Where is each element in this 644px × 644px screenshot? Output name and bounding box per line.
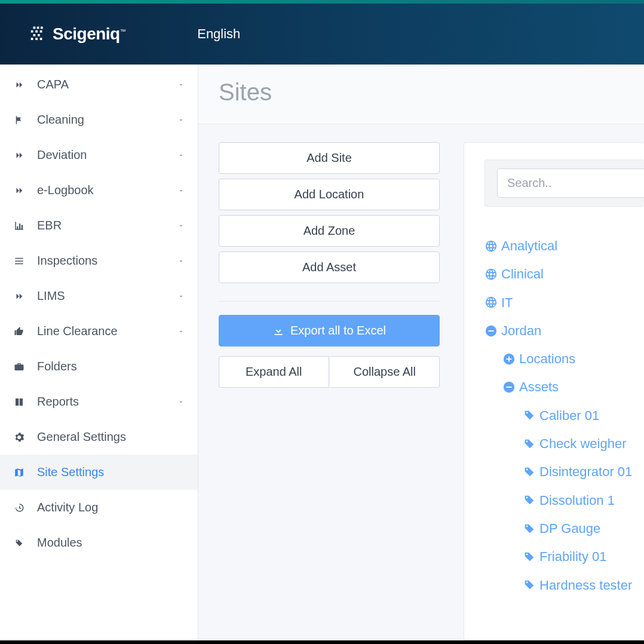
tree-node-label: Locations: [519, 345, 575, 373]
sidebar: CAPACleaningDeviatione-LogbookEBRInspect…: [0, 65, 198, 640]
sidebar-item-capa[interactable]: CAPA: [0, 67, 198, 102]
globe-icon: [484, 296, 498, 309]
globe-icon: [484, 268, 498, 281]
search-bar: [484, 160, 644, 207]
minus-icon: [484, 324, 498, 338]
download-icon: [272, 325, 284, 337]
sidebar-item-inspections[interactable]: Inspections: [0, 243, 198, 278]
tree-node[interactable]: Check weigher: [484, 430, 644, 458]
sidebar-item-deviation[interactable]: Deviation: [0, 137, 198, 173]
sidebar-item-label: Folders: [37, 360, 185, 373]
tag-icon: [523, 437, 536, 450]
tag-icon: [523, 465, 536, 479]
tree-node-label: Check weigher: [539, 430, 627, 458]
chevron-down-icon: [177, 81, 185, 88]
chevron-down-icon: [177, 257, 185, 265]
tree-node[interactable]: Caliber 01: [484, 401, 644, 430]
tree-node[interactable]: Clinical: [484, 260, 644, 288]
sidebar-item-site-settings[interactable]: Site Settings: [0, 455, 198, 490]
tree-node[interactable]: DP Gauge: [484, 514, 644, 542]
add-location-button[interactable]: Add Location: [219, 179, 440, 210]
tree-node[interactable]: Analytical: [484, 232, 644, 260]
sidebar-item-elogbook[interactable]: e-Logbook: [0, 173, 198, 208]
tree-node-label: Jordan: [501, 317, 541, 345]
tree-node-label: Disintegrator 01: [539, 458, 632, 486]
tree-node[interactable]: IT: [484, 289, 644, 317]
tree-node[interactable]: Jordan: [484, 317, 644, 345]
sidebar-item-cleaning[interactable]: Cleaning: [0, 102, 198, 137]
tree-node[interactable]: Locations: [484, 345, 644, 373]
dbl-chevron-icon: [13, 79, 25, 91]
sidebar-item-label: EBR: [37, 219, 177, 232]
tree-node-label: IT: [501, 289, 513, 317]
sidebar-item-label: e-Logbook: [37, 183, 177, 197]
tags-icon: [13, 537, 25, 549]
tag-icon: [523, 550, 536, 563]
tag-icon: [523, 493, 536, 507]
tree-node-label: Hardness tester: [539, 571, 632, 599]
dbl-chevron-icon: [13, 290, 25, 302]
map-icon: [13, 467, 25, 479]
add-zone-button[interactable]: Add Zone: [219, 215, 440, 247]
tree-node-label: Assets: [519, 373, 559, 401]
add-site-button[interactable]: Add Site: [219, 142, 440, 174]
sidebar-item-label: Activity Log: [37, 501, 185, 514]
tree-node[interactable]: Assets: [484, 373, 644, 401]
chevron-down-icon: [177, 152, 185, 159]
action-panel: Add Site Add Location Add Zone Add Asset…: [219, 142, 440, 640]
export-excel-button[interactable]: Export all to Excel: [219, 315, 440, 346]
tag-icon: [523, 578, 536, 591]
sidebar-item-label: Deviation: [37, 148, 177, 162]
sidebar-item-line-clearance[interactable]: Line Clearance: [0, 314, 198, 349]
brand-logo[interactable]: Scigeniq™: [29, 24, 125, 44]
sidebar-item-reports[interactable]: Reports: [0, 384, 198, 419]
sidebar-item-ebr[interactable]: EBR: [0, 208, 198, 243]
logo-icon: [29, 25, 47, 43]
tree-node[interactable]: Disintegrator 01: [484, 458, 644, 486]
tree-panel: AnalyticalClinicalITJordanLocationsAsset…: [464, 142, 644, 640]
flag-icon: [13, 114, 25, 126]
dbl-chevron-icon: [13, 185, 25, 197]
chart-icon: [13, 220, 25, 232]
sidebar-item-label: Cleaning: [37, 113, 177, 127]
chevron-down-icon: [177, 187, 185, 194]
collapse-all-button[interactable]: Collapse All: [330, 356, 440, 388]
tag-icon: [523, 522, 536, 535]
book-icon: [13, 396, 25, 408]
bottom-bar: [0, 640, 644, 644]
tree-node-label: Analytical: [501, 232, 557, 260]
chevron-down-icon: [177, 328, 185, 335]
tree-node[interactable]: Hardness tester: [484, 571, 644, 599]
sidebar-item-activity-log[interactable]: Activity Log: [0, 490, 198, 525]
page-title: Sites: [219, 79, 624, 106]
tree-node-label: Caliber 01: [539, 401, 599, 430]
search-input[interactable]: [497, 168, 644, 198]
briefcase-icon: [13, 361, 25, 373]
tree-node-label: DP Gauge: [539, 514, 600, 542]
sidebar-item-folders[interactable]: Folders: [0, 349, 198, 384]
sidebar-item-lims[interactable]: LIMS: [0, 278, 198, 314]
tag-icon: [523, 409, 536, 422]
globe-icon: [484, 240, 498, 253]
plus-icon: [502, 352, 516, 366]
tree-node[interactable]: Dissolution 1: [484, 486, 644, 514]
add-asset-button[interactable]: Add Asset: [219, 252, 440, 283]
divider: [219, 301, 440, 302]
sidebar-item-modules[interactable]: Modules: [0, 525, 198, 560]
tree-node-label: Clinical: [501, 260, 544, 288]
list-icon: [13, 255, 25, 267]
language-selector[interactable]: English: [197, 26, 240, 42]
chevron-down-icon: [177, 293, 185, 300]
minus-icon: [502, 381, 516, 394]
tree-node[interactable]: Friability 01: [484, 542, 644, 571]
page-title-bar: Sites: [198, 65, 644, 124]
sidebar-item-general-settings[interactable]: General Settings: [0, 419, 198, 455]
sidebar-item-label: Site Settings: [37, 465, 185, 479]
expand-all-button[interactable]: Expand All: [219, 356, 329, 388]
chevron-down-icon: [177, 222, 185, 229]
sidebar-item-label: Line Clearance: [37, 324, 177, 338]
sidebar-item-label: LIMS: [37, 289, 177, 303]
sidebar-item-label: Modules: [37, 536, 185, 550]
main-content: Sites Add Site Add Location Add Zone Add…: [198, 65, 644, 640]
dbl-chevron-icon: [13, 149, 25, 161]
